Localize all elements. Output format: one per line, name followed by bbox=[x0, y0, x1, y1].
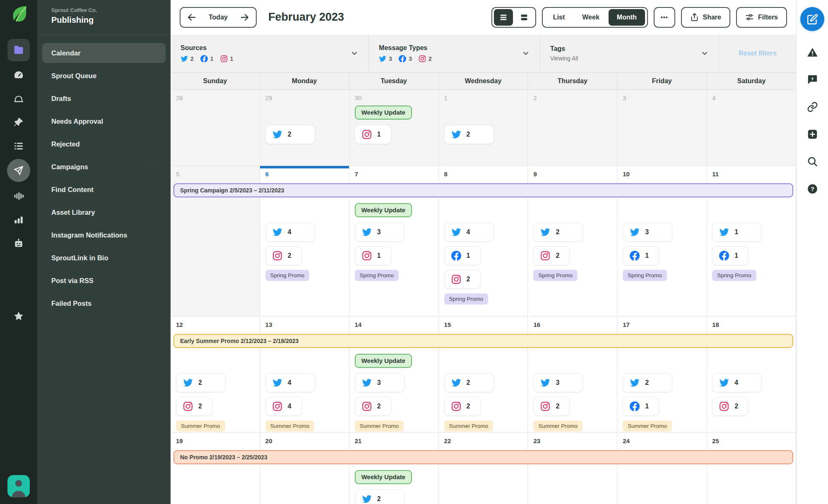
instagram-post-chip[interactable]: 4 bbox=[265, 397, 302, 416]
facebook-post-chip[interactable]: 1 bbox=[623, 246, 659, 265]
rail-item-robot[interactable] bbox=[7, 234, 30, 253]
sidebar-item-needs-approval[interactable]: Needs Approval bbox=[42, 111, 166, 131]
calendar-day-21[interactable]: 21Weekly Update2 bbox=[349, 433, 439, 504]
twitter-post-chip[interactable]: 4 bbox=[265, 373, 315, 392]
tag-pill[interactable]: Spring Promo bbox=[533, 270, 578, 281]
rail-item-gauge[interactable] bbox=[7, 66, 30, 85]
twitter-post-chip[interactable]: 4 bbox=[444, 223, 494, 242]
next-period-button[interactable] bbox=[238, 11, 251, 24]
twitter-post-chip[interactable]: 2 bbox=[176, 373, 226, 392]
instagram-post-chip[interactable]: 1 bbox=[355, 125, 391, 144]
calendar-day-4[interactable]: 4 bbox=[707, 90, 796, 166]
calendar-day-24[interactable]: 24 bbox=[617, 433, 707, 504]
event-pill[interactable]: Weekly Update bbox=[355, 106, 412, 120]
plus-square-button[interactable] bbox=[806, 128, 818, 140]
sidebar-item-failed-posts[interactable]: Failed Posts bbox=[42, 293, 166, 313]
calendar-day-28[interactable]: 28 bbox=[171, 90, 260, 166]
rail-item-bar-chart[interactable] bbox=[7, 210, 30, 229]
tag-pill[interactable]: Summer Promo bbox=[533, 420, 582, 432]
share-button[interactable]: Share bbox=[681, 7, 730, 28]
facebook-post-chip[interactable]: 1 bbox=[444, 246, 481, 265]
twitter-post-chip[interactable]: 2 bbox=[265, 125, 315, 144]
sidebar-item-campaigns[interactable]: Campaigns bbox=[42, 157, 166, 177]
instagram-post-chip[interactable]: 1 bbox=[355, 246, 391, 265]
twitter-post-chip[interactable]: 3 bbox=[623, 223, 672, 242]
twitter-post-chip[interactable]: 3 bbox=[355, 223, 404, 242]
reset-filters-button[interactable]: Reset filters bbox=[719, 35, 796, 72]
campaign-banner[interactable]: Spring Campaign 2/5/2023 – 2/11/2023 bbox=[173, 183, 793, 197]
message-bolt-button[interactable] bbox=[806, 73, 818, 86]
calendar-day-25[interactable]: 25 bbox=[707, 433, 796, 504]
twitter-post-chip[interactable]: 4 bbox=[265, 223, 315, 242]
sidebar-item-post-via-rss[interactable]: Post via RSS bbox=[42, 271, 166, 290]
sidebar-item-calendar[interactable]: Calendar bbox=[42, 43, 166, 63]
rail-item-audio-wave[interactable] bbox=[7, 187, 30, 206]
rail-item-paper-plane[interactable] bbox=[7, 159, 30, 182]
sidebar-item-instagram-notifications[interactable]: Instagram Notifications bbox=[42, 225, 166, 245]
twitter-post-chip[interactable]: 2 bbox=[533, 223, 583, 242]
filters-button[interactable]: Filters bbox=[736, 7, 787, 28]
tags-filter[interactable]: Tags Viewing All bbox=[540, 35, 719, 72]
tag-pill[interactable]: Spring Promo bbox=[444, 293, 489, 305]
event-pill[interactable]: Weekly Update bbox=[355, 470, 412, 484]
calendar-day-19[interactable]: 19 bbox=[171, 433, 260, 504]
calendar-day-23[interactable]: 23 bbox=[528, 433, 617, 504]
instagram-post-chip[interactable]: 2 bbox=[176, 397, 212, 416]
sidebar-item-drafts[interactable]: Drafts bbox=[42, 89, 166, 108]
twitter-post-chip[interactable]: 3 bbox=[533, 373, 583, 392]
message-types-filter[interactable]: Message Types 332 bbox=[369, 35, 540, 72]
instagram-post-chip[interactable]: 2 bbox=[712, 397, 749, 416]
sidebar-item-sproutlink-in-bio[interactable]: SproutLink in Bio bbox=[42, 248, 166, 268]
sidebar-item-asset-library[interactable]: Asset Library bbox=[42, 202, 166, 222]
sidebar-item-rejected[interactable]: Rejected bbox=[42, 134, 166, 154]
link-button[interactable] bbox=[806, 101, 818, 113]
instagram-post-chip[interactable]: 2 bbox=[444, 397, 481, 416]
user-avatar[interactable] bbox=[7, 475, 30, 497]
today-button[interactable]: Today bbox=[207, 14, 229, 21]
compact-density-button[interactable] bbox=[494, 9, 513, 26]
instagram-post-chip[interactable]: 2 bbox=[533, 397, 570, 416]
warning-button[interactable] bbox=[806, 46, 818, 58]
tag-pill[interactable]: Spring Promo bbox=[712, 270, 756, 281]
instagram-post-chip[interactable]: 2 bbox=[265, 246, 302, 265]
search-button[interactable] bbox=[806, 155, 818, 168]
sources-filter[interactable]: Sources 211 bbox=[171, 35, 369, 72]
twitter-post-chip[interactable]: 3 bbox=[355, 373, 404, 392]
rail-item-star[interactable] bbox=[7, 307, 30, 326]
twitter-post-chip[interactable]: 2 bbox=[444, 125, 494, 144]
more-options-button[interactable]: ••• bbox=[654, 7, 675, 28]
instagram-post-chip[interactable]: 2 bbox=[355, 397, 391, 416]
event-pill[interactable]: Weekly Update bbox=[355, 203, 412, 217]
compose-button[interactable] bbox=[800, 7, 824, 31]
view-option-week[interactable]: Week bbox=[574, 9, 608, 26]
calendar-day-3[interactable]: 3 bbox=[617, 90, 707, 166]
calendar-day-29[interactable]: 292 bbox=[260, 90, 349, 166]
campaign-banner[interactable]: Early Summer Promo 2/12/2023 – 2/18/2023 bbox=[173, 334, 793, 348]
view-option-list[interactable]: List bbox=[545, 9, 573, 26]
prev-period-button[interactable] bbox=[185, 11, 198, 24]
rail-item-list[interactable] bbox=[7, 137, 30, 156]
twitter-post-chip[interactable]: 1 bbox=[712, 223, 762, 242]
view-option-month[interactable]: Month bbox=[609, 9, 645, 26]
event-pill[interactable]: Weekly Update bbox=[355, 354, 412, 368]
campaign-banner[interactable]: No Promo 2/19/2023 – 2/25/2023 bbox=[173, 450, 793, 464]
sidebar-item-find-content[interactable]: Find Content bbox=[42, 180, 166, 199]
calendar-day-22[interactable]: 22 bbox=[439, 433, 528, 504]
tag-pill[interactable]: Summer Promo bbox=[623, 420, 672, 432]
tag-pill[interactable]: Summer Promo bbox=[355, 420, 404, 432]
calendar-day-1[interactable]: 12 bbox=[439, 90, 528, 166]
twitter-post-chip[interactable]: 4 bbox=[712, 373, 762, 392]
rail-item-pin[interactable] bbox=[7, 113, 30, 132]
tag-pill[interactable]: Spring Promo bbox=[623, 270, 667, 281]
tag-pill[interactable]: Spring Promo bbox=[355, 270, 399, 281]
rail-item-inbox[interactable] bbox=[7, 89, 30, 108]
expanded-density-button[interactable] bbox=[515, 9, 534, 26]
calendar-day-20[interactable]: 20 bbox=[260, 433, 349, 504]
facebook-post-chip[interactable]: 1 bbox=[623, 397, 659, 416]
calendar-day-2[interactable]: 2 bbox=[528, 90, 617, 166]
rail-item-folder[interactable] bbox=[7, 39, 30, 61]
instagram-post-chip[interactable]: 2 bbox=[533, 246, 570, 265]
calendar-day-30[interactable]: 30Weekly Update1 bbox=[349, 90, 439, 166]
twitter-post-chip[interactable]: 2 bbox=[623, 373, 672, 392]
tag-pill[interactable]: Summer Promo bbox=[444, 420, 493, 432]
